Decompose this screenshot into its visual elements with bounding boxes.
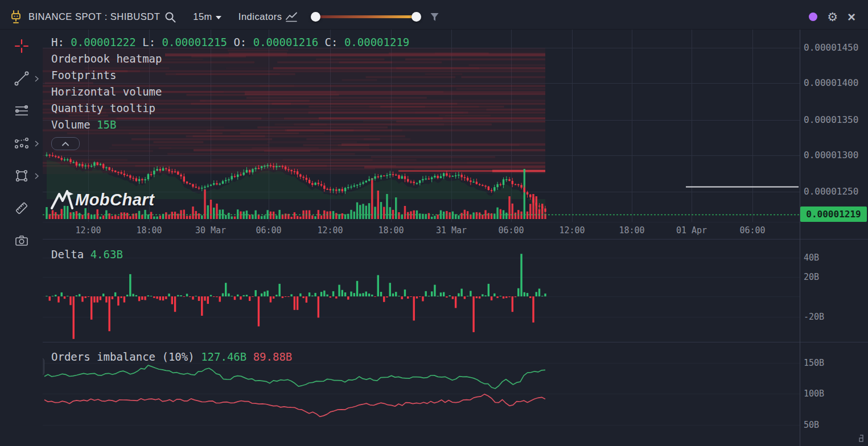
imbalance-tick-label: 100B	[804, 389, 824, 399]
slider-handle-min[interactable]	[311, 12, 320, 22]
timeframe-selector[interactable]: 15m	[193, 11, 221, 22]
delta-axis[interactable]: 40B20B-20B	[800, 239, 868, 342]
path-points-icon	[13, 135, 30, 152]
indicators-icon	[286, 12, 298, 22]
time-tick-label: 01 Apr	[673, 225, 710, 236]
drawing-toolbar	[0, 30, 43, 446]
delta-tick-label: 20B	[804, 272, 819, 282]
time-tick-label: 18:00	[614, 225, 650, 236]
imbalance-tick-label: 150B	[804, 358, 824, 368]
chevron-down-icon	[216, 16, 221, 19]
price-tick-label: 0.00001350	[804, 114, 858, 125]
time-tick-label: 31 Mar	[433, 225, 470, 236]
legend-item-quantity-tooltip[interactable]: Quantity tooltip	[51, 102, 409, 118]
legend-item-footprints[interactable]: Footprints	[51, 69, 409, 85]
delta-tick-label: -20B	[804, 312, 824, 322]
trading-app: H: 0.00001222 L: 0.00001215 O: 0.0000121…	[0, 0, 868, 446]
price-tick-label: 0.00001300	[804, 150, 858, 160]
tool-trend-line[interactable]	[0, 62, 43, 94]
chart-legend: H: 0.00001222 L: 0.00001215 O: 0.0000121…	[51, 36, 409, 150]
price-tick-label: 0.00001450	[804, 42, 858, 53]
close-icon[interactable]: ×	[848, 11, 855, 23]
price-axis[interactable]: 0.00001219 0.000014500.000014000.0000135…	[800, 30, 868, 222]
chart-stage[interactable]: H: 0.00001222 L: 0.00001215 O: 0.0000121…	[0, 0, 868, 446]
chevron-up-icon	[62, 142, 69, 146]
imbalance-tick-label: 50B	[804, 420, 819, 430]
symbol-selector[interactable]: BINANCE SPOT : SHIBUSDT	[28, 10, 177, 24]
timeframe-value: 15m	[193, 11, 212, 22]
chevron-right-icon	[35, 141, 39, 147]
last-price-badge: 0.00001219	[800, 207, 867, 222]
connection-status-dot	[809, 13, 817, 21]
camera-icon	[13, 232, 30, 249]
tool-screenshot[interactable]	[0, 224, 43, 257]
tool-horizontal-lines[interactable]	[0, 94, 43, 127]
chevron-right-icon	[35, 76, 39, 82]
legend-collapse-button[interactable]	[51, 137, 80, 150]
time-tick-label: 06:00	[493, 225, 529, 236]
trend-line-icon	[13, 70, 30, 87]
price-tick-label: 0.00001400	[804, 77, 858, 88]
time-tick-label: 12:00	[554, 225, 590, 236]
tool-rectangle[interactable]	[0, 159, 43, 192]
time-axis[interactable]: 12:0018:0030 Mar06:0012:0018:0031 Mar06:…	[43, 222, 800, 239]
time-tick-label: 06:00	[250, 225, 287, 236]
horizontal-lines-icon	[13, 102, 30, 119]
delta-tick-label: 40B	[804, 253, 819, 263]
indicators-button[interactable]: Indicators	[238, 11, 299, 22]
mobchart-logo-icon	[50, 189, 74, 210]
filter-icon[interactable]	[429, 12, 440, 22]
slider-track[interactable]	[315, 15, 417, 18]
time-tick-label: 30 Mar	[192, 225, 229, 236]
crosshair-icon	[13, 38, 30, 55]
slider-handle-max[interactable]	[412, 12, 421, 22]
settings-gear-icon[interactable]: ⚙	[827, 11, 838, 23]
time-tick-label: 18:00	[131, 225, 167, 236]
chevron-right-icon	[35, 173, 39, 179]
delta-panel-label[interactable]: Delta 4.63B	[51, 248, 123, 261]
time-tick-label: 06:00	[734, 225, 771, 236]
heatmap-intensity-slider[interactable]	[315, 11, 417, 23]
mobchart-watermark-text: MobChart	[75, 191, 154, 209]
top-toolbar: BINANCE SPOT : SHIBUSDT 15m Indicators	[0, 0, 868, 30]
time-tick-label: 12:00	[70, 225, 106, 236]
time-tick-label: 12:00	[312, 225, 348, 236]
connector-logo-icon	[9, 10, 23, 24]
symbol-name: BINANCE SPOT : SHIBUSDT	[28, 11, 160, 22]
tool-crosshair[interactable]	[0, 30, 43, 62]
time-tick-label: 18:00	[373, 225, 409, 236]
imbalance-panel-label[interactable]: Orders imbalance (10%) 127.46B 89.88B	[51, 350, 292, 363]
rectangle-icon	[13, 167, 30, 184]
legend-item-volume[interactable]: Volume 15B	[51, 118, 409, 135]
mobchart-watermark: MobChart	[50, 189, 154, 210]
legend-item-orderbook-heatmap[interactable]: Orderbook heatmap	[51, 52, 409, 69]
legend-item-horizontal-volume[interactable]: Horizontal volume	[51, 85, 409, 102]
tool-path-points[interactable]	[0, 127, 43, 159]
ruler-icon	[13, 200, 30, 217]
tool-ruler[interactable]	[0, 192, 43, 224]
ohlc-readout: H: 0.00001222 L: 0.00001215 O: 0.0000121…	[51, 36, 409, 52]
imbalance-axis[interactable]: 150B100B50B	[800, 342, 868, 446]
search-icon	[163, 10, 177, 24]
indicators-label: Indicators	[238, 11, 282, 22]
price-tick-label: 0.00001250	[804, 186, 858, 197]
